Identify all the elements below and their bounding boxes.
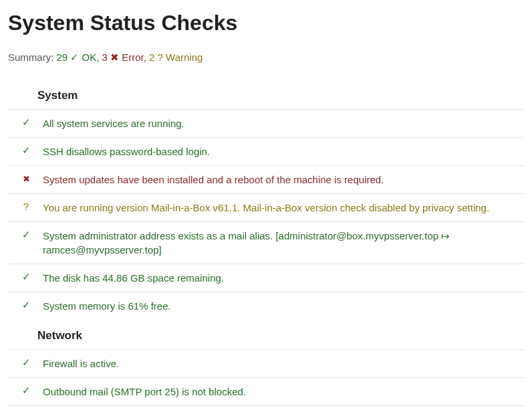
status-check-row: Outbound mail (SMTP port 25) is not bloc…: [8, 378, 524, 406]
check-icon: [22, 385, 31, 396]
summary-warning: 2 ? Warning: [149, 51, 203, 63]
status-summary: Summary: 29 ✓ OK, 3 ✖ Error, 2 ? Warning: [8, 51, 524, 64]
section-heading: Network: [8, 320, 524, 350]
section-heading: System: [8, 80, 524, 110]
summary-prefix: Summary:: [8, 51, 57, 63]
summary-ok: 29 ✓ OK: [57, 51, 97, 63]
status-check-message: SSH disallows password-based login.: [37, 138, 524, 166]
status-check-row: SSH disallows password-based login.: [8, 138, 524, 166]
status-check-row: IP address is not blacklisted by zen.spa…: [8, 406, 524, 413]
status-check-message: All system services are running.: [37, 110, 524, 138]
status-check-message: Firewall is active.: [37, 350, 524, 378]
check-icon: [22, 116, 31, 128]
status-check-message: IP address is not blacklisted by zen.spa…: [37, 406, 524, 413]
status-check-message: Outbound mail (SMTP port 25) is not bloc…: [37, 378, 524, 406]
check-icon: [22, 356, 31, 368]
status-check-message: System memory is 61% free.: [37, 292, 524, 320]
status-check-message: You are running version Mail-in-a-Box v6…: [37, 194, 524, 222]
status-check-row: The disk has 44.86 GB space remaining.: [8, 264, 524, 292]
page-title: System Status Checks: [8, 11, 524, 35]
question-icon: [23, 201, 29, 212]
section-header: Network: [8, 320, 524, 350]
status-check-message: System administrator address exists as a…: [37, 222, 524, 264]
section-header: System: [8, 80, 524, 110]
status-checks-table: SystemAll system services are running.SS…: [8, 80, 524, 412]
status-check-row: Firewall is active.: [8, 350, 524, 378]
check-icon: [22, 271, 31, 282]
status-check-message: System updates have been installed and a…: [37, 166, 524, 194]
cross-icon: [23, 173, 30, 184]
check-icon: [22, 299, 31, 310]
summary-error: 3 ✖ Error: [102, 51, 144, 63]
check-icon: [22, 144, 31, 156]
check-icon: [22, 229, 31, 240]
status-check-row: You are running version Mail-in-a-Box v6…: [8, 194, 524, 222]
status-check-message: The disk has 44.86 GB space remaining.: [37, 264, 524, 292]
status-check-row: System memory is 61% free.: [8, 292, 524, 320]
status-check-row: System administrator address exists as a…: [8, 222, 524, 264]
status-check-row: System updates have been installed and a…: [8, 166, 524, 194]
status-check-row: All system services are running.: [8, 110, 524, 138]
